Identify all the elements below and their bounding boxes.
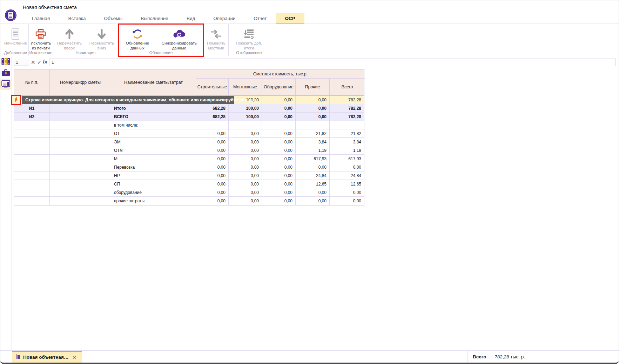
table-cell[interactable]: оборудование [111,188,196,196]
table-cell[interactable]: 0,00 [262,163,296,171]
table-cell[interactable] [14,129,50,137]
table-cell[interactable]: 0,00 [296,113,330,121]
table-cell[interactable] [14,146,50,154]
table-cell[interactable]: 12,65 [296,180,330,188]
cell-ref-input[interactable] [14,59,29,66]
table-cell[interactable] [14,180,50,188]
table-cell[interactable]: 24,84 [330,171,364,180]
table-cell[interactable]: 0,00 [262,197,296,205]
table-row[interactable]: И2ВСЕГО682,28100,000,000,00782,28 [14,113,364,121]
column-header[interactable]: Наименование сметы/затрат [111,69,196,95]
sidebar-item-catalogs[interactable] [0,57,11,67]
table-cell[interactable]: 0,00 [296,197,330,205]
table-cell[interactable]: 1,19 [330,146,364,154]
table-cell[interactable]: 0,00 [262,138,296,146]
table-cell[interactable]: 0,00 [196,129,229,137]
table-row[interactable]: Перевозка0,000,000,000,000,00 [14,163,364,171]
swap-places-button[interactable]: Поменять местами [204,27,228,50]
table-cell[interactable] [50,104,111,112]
column-header[interactable]: Строительные [196,79,229,95]
table-cell[interactable]: 617,93 [330,155,364,163]
table-cell[interactable]: 0,00 [330,197,364,205]
table-cell[interactable]: 0,00 [196,171,229,180]
accrual-button[interactable]: Начисление [3,27,28,46]
tab-Вставка[interactable]: Вставка [59,13,95,24]
table-cell[interactable]: 682,28 [196,113,229,121]
close-tab-icon[interactable]: ✕ [72,355,76,360]
table-cell[interactable] [50,171,111,180]
sidebar-item-toolbox[interactable] [0,68,11,79]
table-cell[interactable]: 0,00 [196,155,229,163]
table-cell[interactable]: 782,28 [330,113,364,121]
table-cell[interactable]: ВСЕГО [111,113,196,121]
table-cell[interactable]: ЭМ [111,138,196,146]
table-row[interactable]: И1Итого682,28100,000,000,00782,28 [14,104,364,113]
tab-ОСР[interactable]: ОСР [276,13,304,24]
table-cell[interactable]: 100,00 [229,104,262,112]
table-cell[interactable]: СП [111,180,196,188]
tab-Главная[interactable]: Главная [23,13,59,24]
table-cell[interactable] [14,138,50,146]
table-row[interactable]: ОТм0,000,000,001,191,19 [14,146,364,155]
table-cell[interactable] [296,121,330,129]
table-cell[interactable]: 24,84 [296,171,330,180]
table-cell[interactable] [50,146,111,154]
exclude-from-print-button[interactable]: Исключить из печати [29,27,53,50]
table-cell[interactable] [50,129,111,137]
table-cell[interactable]: Итого [111,104,196,112]
table-cell[interactable] [50,197,111,205]
table-cell[interactable]: 0,00 [229,163,262,171]
table-row[interactable]: М0,000,000,00617,93617,93 [14,155,364,163]
table-cell[interactable]: 1,19 [296,146,330,154]
table-cell[interactable]: 0,00 [196,146,229,154]
table-cell[interactable]: 0,00 [262,129,296,137]
table-cell[interactable] [50,188,111,196]
table-cell[interactable]: 0,00 [330,188,364,196]
table-cell[interactable]: ОТм [111,146,196,154]
table-cell[interactable]: 0,00 [196,138,229,146]
table-cell[interactable]: 0,00 [296,104,330,112]
table-row[interactable]: СП0,000,000,0012,6512,65 [14,180,364,188]
table-cell[interactable]: 0,00 [330,163,364,171]
table-cell[interactable]: НР [111,171,196,180]
table-cell[interactable]: прочие затраты [111,197,196,205]
table-cell[interactable]: 682,28 [196,104,229,112]
table-cell[interactable]: 12,65 [330,180,364,188]
table-row[interactable]: НР0,000,000,0024,8424,84 [14,171,364,180]
table-cell[interactable] [50,163,111,171]
table-cell[interactable] [229,121,262,129]
table-cell[interactable]: 617,93 [296,155,330,163]
table-cell[interactable]: И2 [14,113,50,121]
table-cell[interactable] [262,121,296,129]
table-row[interactable]: прочие затраты0,000,000,000,000,00 [14,197,364,205]
table-cell[interactable]: 0,00 [262,188,296,196]
table-cell[interactable]: 0,00 [229,188,262,196]
column-header[interactable]: Монтажные [229,79,262,95]
table-cell[interactable]: ОТ [111,129,196,137]
table-cell[interactable]: 0,00 [229,138,262,146]
tab-Отчет[interactable]: Отчет [244,13,276,24]
table-cell[interactable] [14,121,50,129]
table-cell[interactable]: 0,00 [229,180,262,188]
table-cell[interactable] [50,180,111,188]
confirm-check-icon[interactable]: ✓ [37,59,42,66]
table-cell[interactable]: 782,28 [330,96,364,104]
show-extra-totals-button[interactable]: Показать доп. итоги [229,27,269,50]
column-header[interactable]: Оборудование [262,79,296,95]
table-cell[interactable] [50,155,111,163]
table-cell[interactable]: 0,00 [262,104,296,112]
table-cell[interactable] [14,171,50,180]
table-cell[interactable]: 0,00 [296,96,330,104]
table-cell[interactable] [196,121,229,129]
table-cell[interactable] [50,113,111,121]
table-cell[interactable]: 782,28 [330,104,364,112]
table-cell[interactable]: 0,00 [296,188,330,196]
tab-Операции[interactable]: Операции [204,13,244,24]
table-cell[interactable]: 0,00 [196,197,229,205]
table-cell[interactable]: Перевозка [111,163,196,171]
table-cell[interactable]: 0,00 [262,146,296,154]
table-cell[interactable]: 21,82 [296,129,330,137]
table-cell[interactable]: 0,00 [262,171,296,180]
table-cell[interactable]: 0,00 [196,188,229,196]
table-row[interactable]: ОТ0,000,000,0021,8221,82 [14,129,364,138]
